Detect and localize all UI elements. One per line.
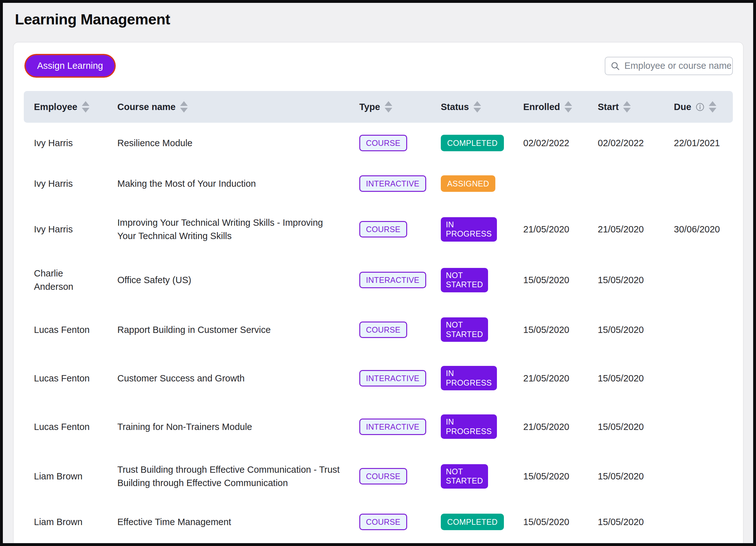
column-header-employee[interactable]: Employee: [24, 101, 117, 113]
type-badge: COURSE: [359, 221, 407, 237]
column-header-label: Start: [598, 102, 619, 112]
course-name: Rapport Building in Customer Service: [117, 323, 359, 336]
type-badge: INTERACTIVE: [359, 175, 426, 192]
type-badge: COURSE: [359, 135, 407, 151]
enrolled-date: 21/05/2020: [523, 223, 598, 236]
search-input[interactable]: [624, 60, 732, 71]
enrolled-date: 21/05/2020: [523, 420, 598, 433]
start-date: 15/05/2020: [598, 470, 674, 483]
type-badge: INTERACTIVE: [359, 272, 426, 288]
sort-arrows-icon[interactable]: [623, 101, 631, 113]
app-window: Learning Management Assign Learning Empl…: [0, 0, 756, 546]
start-date: 15/05/2020: [598, 420, 674, 433]
column-header-type[interactable]: Type: [359, 101, 441, 113]
sort-arrows-icon[interactable]: [709, 101, 716, 113]
search-box[interactable]: [605, 57, 733, 75]
start-date: 02/02/2022: [598, 136, 674, 150]
course-name: Making the Most of Your Induction: [117, 177, 359, 190]
status-badge: NOT STARTED: [441, 317, 488, 342]
course-name: Resilience Module: [117, 136, 359, 150]
column-header-start[interactable]: Start: [598, 101, 674, 113]
table-row: Liam Brown Trust Building through Effect…: [24, 451, 733, 502]
toolbar: Assign Learning: [24, 55, 733, 76]
start-date: 21/05/2020: [598, 223, 674, 236]
sort-arrows-icon[interactable]: [180, 101, 188, 113]
type-badge: COURSE: [359, 514, 407, 530]
type-badge: INTERACTIVE: [359, 419, 426, 435]
employee-name: Lucas Fenton: [24, 420, 117, 433]
enrolled-date: 02/02/2022: [523, 136, 598, 150]
type-badge: COURSE: [359, 468, 407, 484]
employee-name: Liam Brown: [24, 515, 117, 529]
start-date: 15/05/2020: [598, 273, 674, 287]
employee-name: Ivy Harris: [24, 223, 117, 236]
employee-name: Ivy Harris: [24, 177, 117, 190]
column-header-label: Employee: [34, 102, 77, 112]
column-header-label: Type: [359, 102, 380, 112]
learning-management-card: Assign Learning Employee Course name: [13, 42, 744, 546]
sort-arrows-icon[interactable]: [385, 101, 392, 113]
column-header-enrolled[interactable]: Enrolled: [523, 101, 598, 113]
column-header-label: Status: [441, 102, 469, 112]
status-badge: IN PROGRESS: [441, 366, 497, 390]
enrolled-date: 15/05/2020: [523, 470, 598, 483]
table-row: Lucas Fenton Training for Non-Trainers M…: [24, 402, 733, 451]
table-row: Ivy Harris Making the Most of Your Induc…: [24, 163, 733, 204]
enrolled-date: 15/05/2020: [523, 515, 598, 529]
column-header-status[interactable]: Status: [441, 101, 523, 113]
table-body: Ivy Harris Resilience Module COURSE COMP…: [24, 123, 733, 546]
course-name: Trust Building through Effective Communi…: [117, 463, 359, 490]
table-row: Ivy Harris Resilience Module COURSE COMP…: [24, 123, 733, 163]
due-date: 22/01/2021: [674, 136, 733, 150]
column-header-label: Enrolled: [523, 102, 560, 112]
table-row: Charlie Anderson Office Safety (US) INTE…: [24, 255, 733, 305]
course-name: Office Safety (US): [117, 273, 359, 287]
start-date: 15/05/2020: [598, 323, 674, 336]
enrolled-date: 15/05/2020: [523, 273, 598, 287]
sort-arrows-icon[interactable]: [82, 101, 89, 113]
enrolled-date: 15/05/2020: [523, 323, 598, 336]
search-icon: [610, 61, 620, 71]
table-row: Lucas Fenton Customer Success and Growth…: [24, 354, 733, 402]
course-name: Training for Non-Trainers Module: [117, 420, 359, 433]
status-badge: ASSIGNED: [441, 175, 495, 192]
enrolled-date: 21/05/2020: [523, 372, 598, 385]
column-header-course-name[interactable]: Course name: [117, 101, 359, 113]
table-row: Liam Brown Effective Time Management COU…: [24, 502, 733, 542]
table-header-row: Employee Course name Type: [24, 91, 733, 123]
employee-name: Lucas Fenton: [24, 323, 117, 336]
start-date: 15/05/2020: [598, 515, 674, 529]
due-date: 30/06/2020: [674, 223, 733, 236]
course-name: Customer Success and Growth: [117, 372, 359, 385]
type-badge: COURSE: [359, 322, 407, 338]
type-badge: INTERACTIVE: [359, 370, 426, 387]
sort-arrows-icon[interactable]: [473, 101, 481, 113]
employee-name: Charlie Anderson: [24, 267, 117, 293]
sort-arrows-icon[interactable]: [564, 101, 572, 113]
table-row: Lucas Fenton Rapport Building in Custome…: [24, 305, 733, 354]
employee-name: Ivy Harris: [24, 136, 117, 150]
status-badge: IN PROGRESS: [441, 217, 497, 242]
status-badge: COMPLETED: [441, 135, 504, 151]
column-header-label: Course name: [117, 102, 176, 112]
table-row: Ivy Harris Improving Your Technical Writ…: [24, 204, 733, 255]
column-header-due[interactable]: Due: [674, 101, 733, 113]
table-row: Ivy Harris Clarity and Conciseness in Bu…: [24, 542, 733, 546]
employee-name: Liam Brown: [24, 470, 117, 483]
status-badge: IN PROGRESS: [441, 414, 497, 439]
info-icon: [696, 103, 704, 111]
status-badge: NOT STARTED: [441, 268, 488, 292]
course-name: Effective Time Management: [117, 515, 359, 529]
page-title: Learning Management: [15, 10, 753, 28]
employee-name: Lucas Fenton: [24, 372, 117, 385]
column-header-label: Due: [674, 102, 691, 112]
status-badge: NOT STARTED: [441, 464, 488, 489]
assign-learning-button[interactable]: Assign Learning: [26, 55, 114, 76]
start-date: 15/05/2020: [598, 372, 674, 385]
course-name: Improving Your Technical Writing Skills …: [117, 216, 359, 243]
status-badge: COMPLETED: [441, 514, 504, 530]
